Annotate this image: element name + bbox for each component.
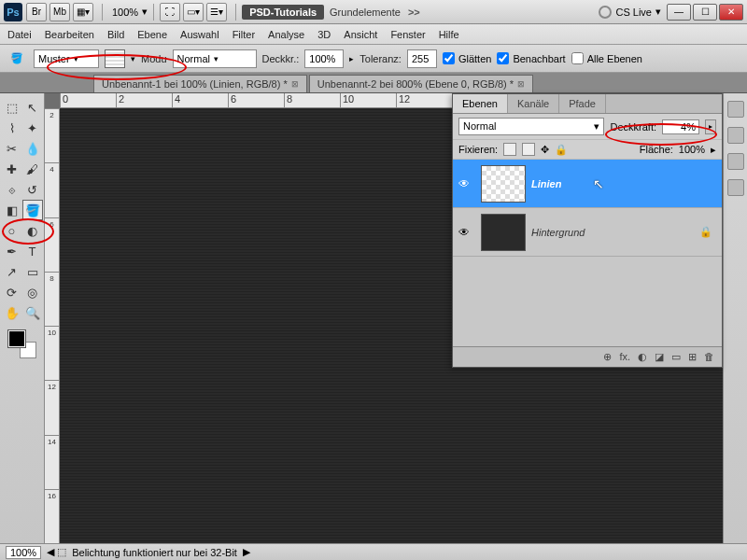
workspace-name[interactable]: Grundelemente <box>330 7 401 18</box>
move-tool-2[interactable]: ↖ <box>22 97 43 118</box>
new-layer-icon[interactable]: ⊞ <box>688 351 697 363</box>
menu-ebene[interactable]: Ebene <box>137 29 167 40</box>
layer-row[interactable]: 👁 Linien ↖ <box>453 160 722 208</box>
arrange-button[interactable]: ▭▾ <box>183 3 204 21</box>
paint-bucket-icon[interactable]: 🪣 <box>6 49 28 69</box>
window-minimize-button[interactable]: — <box>667 4 691 21</box>
fill-type-dropdown[interactable]: Muster <box>34 49 99 68</box>
visibility-icon[interactable]: 👁 <box>453 226 475 239</box>
foreground-color[interactable] <box>8 330 25 347</box>
status-nav-icon[interactable]: ◀ ⬚ <box>47 546 66 558</box>
layers-footer: ⊕ fx. ◐ ◪ ▭ ⊞ 🗑 <box>453 346 722 367</box>
brush-tool[interactable]: 🖌 <box>22 159 43 179</box>
heal-tool[interactable]: ✚ <box>2 159 22 179</box>
extras-button[interactable]: ☰▾ <box>206 3 227 21</box>
shape-tool[interactable]: ▭ <box>22 261 43 282</box>
paint-bucket-tool[interactable]: 🪣 <box>22 200 43 220</box>
screenmode-button[interactable]: ▦▾ <box>73 3 93 21</box>
layer-name[interactable]: Linien <box>531 178 561 189</box>
color-swatch[interactable] <box>8 330 36 358</box>
lock-all-icon[interactable]: 🔒 <box>555 144 568 156</box>
menu-ansicht[interactable]: Ansicht <box>344 29 377 40</box>
window-maximize-button[interactable]: ☐ <box>693 4 717 21</box>
group-icon[interactable]: ▭ <box>671 351 681 363</box>
tab-ebenen[interactable]: Ebenen <box>453 94 508 113</box>
menu-bearbeiten[interactable]: Bearbeiten <box>45 29 94 40</box>
opacity-slider-button[interactable]: ▸ <box>705 119 716 134</box>
fill-slider-button[interactable]: ▸ <box>711 144 716 156</box>
swatches-panel-icon[interactable] <box>727 127 744 144</box>
status-zoom[interactable]: 100% <box>6 546 41 559</box>
opacity-field[interactable]: 4% <box>662 119 699 134</box>
minibridge-button[interactable]: Mb <box>49 3 70 21</box>
layer-thumbnail[interactable] <box>481 165 526 203</box>
menu-filter[interactable]: Filter <box>233 29 255 40</box>
status-nav-right-icon[interactable]: ▶ <box>243 546 250 558</box>
workspace-tag[interactable]: PSD-Tutorials <box>242 5 324 20</box>
mask-icon[interactable]: ◐ <box>638 351 647 363</box>
menu-datei[interactable]: Datei <box>7 29 32 40</box>
hand-button[interactable]: ⛶ <box>160 3 180 21</box>
all-layers-checkbox[interactable] <box>571 52 584 64</box>
bridge-button[interactable]: Br <box>26 3 47 21</box>
cursor-icon: ↖ <box>593 176 604 191</box>
close-icon[interactable]: ⊠ <box>517 79 525 89</box>
document-tab[interactable]: Unbenannt-2 bei 800% (Ebene 0, RGB/8) *⊠ <box>309 75 533 92</box>
adjustment-icon[interactable]: ◪ <box>655 351 664 363</box>
layer-thumbnail[interactable] <box>481 214 526 251</box>
menu-bild[interactable]: Bild <box>107 29 124 40</box>
crop-tool[interactable]: ✂ <box>2 138 22 159</box>
antialias-checkbox[interactable] <box>443 52 455 64</box>
menu-auswahl[interactable]: Auswahl <box>180 29 219 40</box>
lock-pixels-icon[interactable] <box>503 143 516 156</box>
ruler-vertical[interactable]: 2 4 6 8 10 12 14 16 <box>45 108 60 543</box>
cs-live-button[interactable]: CS Live▾ <box>599 6 661 19</box>
wand-tool[interactable]: ✦ <box>22 118 43 138</box>
mode-dropdown[interactable]: Normal <box>173 49 257 68</box>
lock-move-icon[interactable]: ✥ <box>541 144 549 156</box>
menu-3d[interactable]: 3D <box>317 29 331 40</box>
layer-row[interactable]: 👁 Hintergrund 🔒 <box>453 208 722 257</box>
menu-fenster[interactable]: Fenster <box>390 29 425 40</box>
eraser-tool[interactable]: ◧ <box>2 200 22 220</box>
zoom-level[interactable]: 100% <box>112 7 138 18</box>
trash-icon[interactable]: 🗑 <box>704 351 714 363</box>
stamp-tool[interactable]: ⟐ <box>2 179 22 200</box>
ruler-tick: 16 <box>45 489 59 543</box>
zoom-tool[interactable]: 🔍 <box>22 302 43 323</box>
tolerance-field[interactable]: 255 <box>407 49 437 68</box>
pen-tool[interactable]: ✒ <box>2 241 22 261</box>
menu-analyse[interactable]: Analyse <box>268 29 304 40</box>
lasso-tool[interactable]: ⌇ <box>2 118 22 138</box>
window-close-button[interactable]: ✕ <box>719 4 743 21</box>
eyedropper-tool[interactable]: 💧 <box>22 138 43 159</box>
adjust-panel-icon[interactable] <box>727 153 744 170</box>
blend-mode-dropdown[interactable]: Normal▾ <box>458 118 604 135</box>
camera-tool[interactable]: ◎ <box>22 282 43 302</box>
document-tab[interactable]: Unbenannt-1 bei 100% (Linien, RGB/8) *⊠ <box>93 75 307 92</box>
blur-tool[interactable]: ○ <box>2 220 22 241</box>
path-select-tool[interactable]: ↗ <box>2 261 22 282</box>
fx-icon[interactable]: fx. <box>619 351 630 363</box>
workspace-more-icon[interactable]: >> <box>408 7 420 18</box>
history-brush-tool[interactable]: ↺ <box>22 179 43 200</box>
visibility-icon[interactable]: 👁 <box>453 177 475 190</box>
lock-brush-icon[interactable] <box>522 143 535 156</box>
menu-hilfe[interactable]: Hilfe <box>439 29 459 40</box>
contiguous-checkbox[interactable] <box>497 52 509 64</box>
layer-name[interactable]: Hintergrund <box>531 227 585 238</box>
color-panel-icon[interactable] <box>727 101 744 118</box>
hand-tool[interactable]: ✋ <box>2 302 22 323</box>
tab-pfade[interactable]: Pfade <box>559 94 606 113</box>
type-tool[interactable]: T <box>22 241 43 261</box>
tab-kanaele[interactable]: Kanäle <box>508 94 559 113</box>
pattern-swatch[interactable] <box>105 49 125 68</box>
link-layers-icon[interactable]: ⊕ <box>603 351 612 363</box>
fill-field[interactable]: 100% <box>679 144 705 155</box>
styles-panel-icon[interactable] <box>727 179 744 196</box>
opacity-field[interactable]: 100% <box>304 49 344 68</box>
3d-tool[interactable]: ⟳ <box>2 282 22 302</box>
close-icon[interactable]: ⊠ <box>291 79 299 89</box>
dodge-tool[interactable]: ◐ <box>22 220 43 241</box>
move-tool[interactable]: ⬚ <box>2 97 22 118</box>
